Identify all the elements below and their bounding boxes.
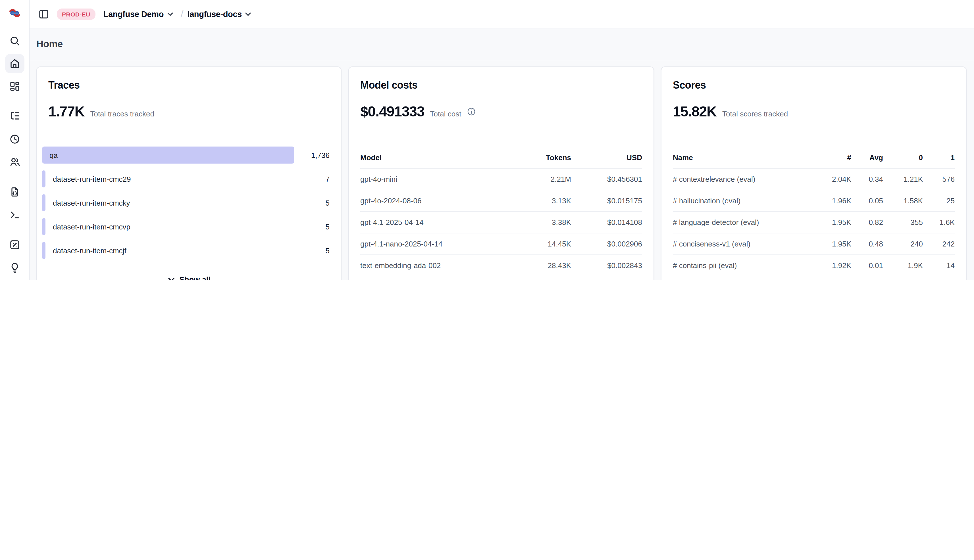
card-title: Model costs — [360, 78, 642, 92]
score-count: 1.92K — [818, 261, 851, 270]
score-one: 1.6K — [923, 218, 955, 227]
model-costs-card: Model costs $0.491333 Total cost Model T… — [348, 67, 654, 280]
chevron-down-icon — [167, 277, 175, 280]
score-one: 25 — [923, 197, 955, 205]
sidebar-item-insights[interactable] — [5, 258, 24, 277]
card-title: Scores — [673, 78, 955, 92]
trace-bar-track: qa — [42, 147, 294, 163]
score-avg: 0.05 — [851, 197, 883, 205]
panel-left-icon — [38, 8, 49, 20]
scores-metric: 15.82K Total scores tracked — [673, 102, 955, 120]
trace-name: dataset-run-item-cmcjf — [53, 246, 127, 255]
tokens-value: 28.43K — [497, 261, 571, 270]
show-all-button[interactable]: Show all — [48, 272, 329, 280]
trace-bar — [42, 170, 45, 187]
column-header: Tokens — [497, 153, 571, 162]
column-header: Name — [673, 153, 818, 162]
trace-bar-track: dataset-run-item-cmcjf — [42, 242, 294, 259]
table-row[interactable]: text-embedding-ada-002 28.43K $0.002843 — [360, 255, 642, 276]
model-name: gpt-4.1-2025-04-14 — [360, 218, 497, 227]
sidebar-item-dashboards[interactable] — [5, 77, 24, 96]
score-avg: 0.48 — [851, 240, 883, 248]
model-name: gpt-4o-2024-08-06 — [360, 197, 497, 205]
usd-value: $0.456301 — [571, 175, 642, 183]
search-icon — [9, 35, 20, 47]
score-name: # language-detector (eval) — [673, 218, 818, 227]
topbar: PROD-EU Langfuse Demo / langfuse-docs — [29, 0, 974, 28]
project-switcher[interactable]: langfuse-docs — [187, 9, 251, 18]
column-header: # — [818, 153, 851, 162]
show-all-label: Show all — [179, 275, 211, 280]
metric-value: 1.77K — [48, 102, 84, 120]
trace-bar — [42, 194, 45, 211]
scores-table: Name # Avg 0 1 # contextrelevance (eval)… — [673, 147, 955, 276]
table-row[interactable]: # conciseness-v1 (eval) 1.95K 0.48 240 2… — [673, 233, 955, 255]
sidebar-item-playground[interactable] — [5, 205, 24, 224]
sidebar-item-scores[interactable] — [5, 235, 24, 255]
usd-value: $0.002843 — [571, 261, 642, 270]
usd-value: $0.014108 — [571, 218, 642, 227]
sidebar-item-prompts[interactable] — [5, 182, 24, 202]
table-row[interactable]: # language-detector (eval) 1.95K 0.82 35… — [673, 211, 955, 233]
column-header: 0 — [883, 153, 923, 162]
environment-badge[interactable]: PROD-EU — [57, 8, 95, 20]
trace-row[interactable]: dataset-run-item-cmcvp 5 — [42, 218, 329, 235]
table-row[interactable]: # contextrelevance (eval) 2.04K 0.34 1.2… — [673, 168, 955, 190]
score-one: 14 — [923, 261, 955, 270]
table-row[interactable]: # hallucination (eval) 1.96K 0.05 1.58K … — [673, 190, 955, 211]
score-zero: 1.58K — [883, 197, 923, 205]
sidebar-item-tracing[interactable] — [5, 107, 24, 126]
main-content: Traces 1.77K Total traces tracked qa 1,7… — [29, 61, 974, 280]
organization-switcher[interactable]: Langfuse Demo — [104, 9, 173, 18]
sidebar-item-home[interactable] — [5, 54, 24, 73]
sidebar-toggle-button[interactable] — [37, 7, 51, 21]
traces-card: Traces 1.77K Total traces tracked qa 1,7… — [37, 67, 341, 280]
table-header-row: Name # Avg 0 1 — [673, 147, 955, 168]
table-row[interactable]: # contains-pii (eval) 1.92K 0.01 1.9K 14 — [673, 255, 955, 276]
table-row[interactable]: gpt-4o-mini 2.21M $0.456301 — [360, 168, 642, 190]
table-row[interactable]: gpt-4.1-nano-2025-04-14 14.45K $0.002906 — [360, 233, 642, 255]
score-count: 1.95K — [818, 218, 851, 227]
terminal-icon — [9, 209, 20, 220]
score-count: 2.04K — [818, 175, 851, 183]
trace-bar-track: dataset-run-item-cmcvp — [42, 218, 294, 235]
chevron-down-icon — [167, 12, 173, 16]
usd-value: $0.002906 — [571, 240, 642, 248]
users-icon — [9, 156, 20, 168]
trace-row[interactable]: dataset-run-item-cmc29 7 — [42, 170, 329, 187]
sidebar-item-sessions[interactable] — [5, 130, 24, 149]
project-name: langfuse-docs — [187, 9, 242, 18]
trace-row[interactable]: qa 1,736 — [42, 147, 329, 163]
percent-square-icon — [9, 239, 20, 250]
trace-bar — [42, 147, 294, 163]
metric-label: Total traces tracked — [90, 110, 154, 118]
score-name: # hallucination (eval) — [673, 197, 818, 205]
column-header: Avg — [851, 153, 883, 162]
table-row[interactable]: gpt-4.1-2025-04-14 3.38K $0.014108 — [360, 211, 642, 233]
sidebar-item-users[interactable] — [5, 152, 24, 172]
model-costs-metric: $0.491333 Total cost — [360, 102, 642, 120]
info-icon[interactable] — [467, 107, 475, 116]
score-avg: 0.82 — [851, 218, 883, 227]
model-name: gpt-4o-mini — [360, 175, 497, 183]
list-tree-icon — [9, 111, 20, 122]
tokens-value: 2.21M — [497, 175, 571, 183]
app-window: FK PROD-EU Langfuse Demo / langfuse-docs… — [0, 0, 974, 280]
score-avg: 0.01 — [851, 261, 883, 270]
sidebar-item-search[interactable] — [5, 31, 24, 50]
trace-name: qa — [49, 151, 58, 159]
trace-row[interactable]: dataset-run-item-cmcjf 5 — [42, 242, 329, 259]
scores-card: Scores 15.82K Total scores tracked Name … — [661, 67, 967, 280]
metric-value: $0.491333 — [360, 102, 424, 120]
trace-count: 7 — [294, 175, 329, 183]
tokens-value: 14.45K — [497, 240, 571, 248]
tokens-value: 3.38K — [497, 218, 571, 227]
table-row[interactable]: gpt-4o-2024-08-06 3.13K $0.015175 — [360, 190, 642, 211]
model-name: text-embedding-ada-002 — [360, 261, 497, 270]
langfuse-logo-icon[interactable] — [8, 8, 21, 18]
column-header: USD — [571, 153, 642, 162]
trace-row[interactable]: dataset-run-item-cmcky 5 — [42, 194, 329, 211]
traces-metric: 1.77K Total traces tracked — [48, 102, 329, 120]
trace-bar — [42, 218, 45, 235]
trace-name: dataset-run-item-cmcky — [53, 198, 130, 207]
